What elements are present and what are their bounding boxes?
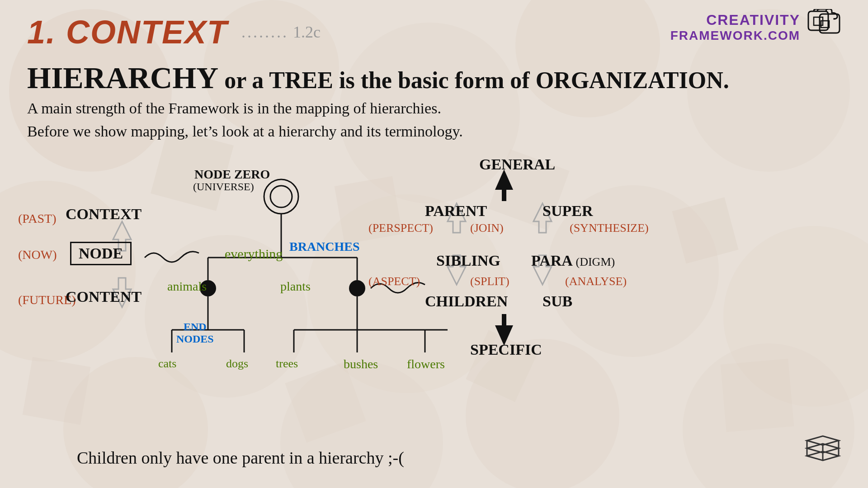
svg-marker-43 — [448, 203, 466, 233]
svg-marker-44 — [448, 255, 466, 285]
svg-marker-48 — [495, 314, 513, 346]
svg-point-25 — [270, 186, 292, 207]
svg-marker-45 — [533, 203, 552, 233]
svg-marker-47 — [495, 169, 513, 201]
svg-point-30 — [200, 280, 216, 296]
svg-marker-42 — [113, 278, 131, 307]
svg-point-31 — [349, 280, 365, 296]
svg-point-24 — [264, 179, 298, 214]
svg-marker-41 — [113, 221, 131, 251]
svg-marker-46 — [533, 255, 552, 285]
